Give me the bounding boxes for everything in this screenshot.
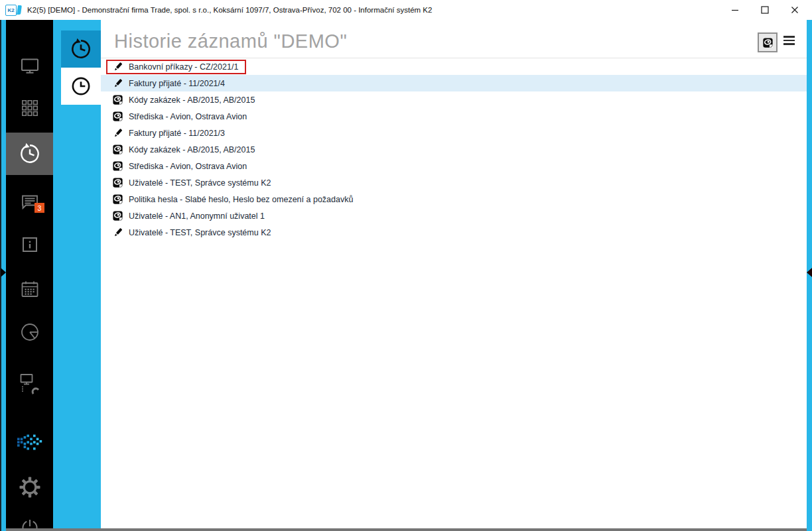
calendar-icon: [19, 278, 41, 301]
pencil-icon: [113, 78, 123, 89]
history-row-content: Kódy zakázek - AB/2015, AB/2015: [113, 95, 255, 105]
annotated-row-highlight: Bankovní příkazy - CZ/2021/1: [106, 60, 246, 74]
k2-dots-icon: [17, 434, 43, 451]
messages-count-badge: 3: [34, 203, 44, 213]
clock-icon: [68, 74, 94, 99]
history-row-content: Politika hesla - Slabé heslo, Heslo bez …: [113, 194, 353, 205]
history-list: Bankovní příkazy - CZ/2021/1Faktury přij…: [101, 58, 807, 241]
main-content: Historie záznamů "DEMO" Bankovní příkazy…: [101, 20, 807, 528]
left-panel-expander-icon[interactable]: [1, 268, 6, 277]
history-list-item[interactable]: Faktury přijaté - 11/2021/4: [101, 75, 807, 91]
history-item-label: Střediska - Avion, Ostrava Avion: [129, 162, 247, 171]
history-row-content: Uživatelé - AN1, Anonymní uživatel 1: [113, 211, 265, 221]
history-row-content: Kódy zakázek - AB/2015, AB/2015: [113, 145, 255, 155]
history-item-label: Uživatelé - AN1, Anonymní uživatel 1: [129, 211, 265, 221]
history-item-label: Politika hesla - Slabé heslo, Heslo bez …: [129, 195, 353, 204]
history-list-item[interactable]: Uživatelé - TEST, Správce systému K2: [101, 224, 807, 241]
tab-history-clock[interactable]: [61, 68, 101, 105]
close-button[interactable]: [779, 0, 809, 20]
browse-record-icon: [113, 194, 123, 205]
sidebar-item-k2-brand[interactable]: [6, 421, 53, 463]
menu-button[interactable]: [783, 36, 795, 45]
history-list-item[interactable]: Střediska - Avion, Ostrava Avion: [101, 158, 807, 174]
window-title: K2(5) [DEMO] - Demonstrační firma Trade,…: [27, 6, 432, 14]
remote-support-icon: [18, 372, 42, 396]
history-list-item[interactable]: Uživatelé - AN1, Anonymní uživatel 1: [101, 207, 807, 224]
secondary-sidebar: [53, 20, 101, 528]
sidebar-item-messages[interactable]: 3: [6, 181, 53, 223]
sidebar-item-settings[interactable]: [6, 466, 53, 508]
sidebar-item-power[interactable]: [6, 506, 53, 531]
sidebar-item-history[interactable]: [6, 133, 53, 175]
history-list-item[interactable]: Střediska - Avion, Ostrava Avion: [101, 108, 807, 125]
primary-sidebar: 3: [6, 20, 53, 528]
history-item-label: Kódy zakázek - AB/2015, AB/2015: [129, 95, 255, 105]
bottom-border: [6, 528, 807, 531]
history-row-content: Faktury přijaté - 11/2021/4: [113, 78, 225, 89]
page-title: Historie záznamů "DEMO": [114, 30, 347, 52]
titlebar: K2 K2(5) [DEMO] - Demonstrační firma Tra…: [0, 0, 812, 20]
browse-button[interactable]: [758, 32, 778, 52]
pencil-icon: [113, 62, 123, 72]
history-item-label: Bankovní příkazy - CZ/2021/1: [129, 62, 238, 72]
minimize-button[interactable]: [720, 0, 750, 20]
window-controls: [720, 0, 809, 20]
info-icon: [19, 233, 41, 256]
sidebar-item-desktop[interactable]: [6, 44, 53, 87]
history-item-label: Kódy zakázek - AB/2015, AB/2015: [129, 145, 255, 154]
maximize-button[interactable]: [750, 0, 779, 20]
minimize-icon: [731, 6, 739, 14]
history-row-content: Uživatelé - TEST, Správce systému K2: [113, 178, 271, 188]
history-row-content: Faktury přijaté - 11/2021/3: [113, 128, 225, 139]
browse-record-icon: [113, 178, 123, 188]
browse-record-icon: [763, 38, 773, 48]
history-item-label: Uživatelé - TEST, Správce systému K2: [129, 228, 271, 237]
gear-icon: [19, 476, 41, 499]
pie-chart-icon: [18, 320, 42, 344]
history-list-item[interactable]: Faktury přijaté - 11/2021/3: [101, 125, 807, 141]
history-list-item[interactable]: Politika hesla - Slabé heslo, Heslo bez …: [101, 191, 807, 207]
maximize-icon: [761, 6, 769, 14]
monitor-icon: [19, 54, 41, 77]
history-row-content: Střediska - Avion, Ostrava Avion: [113, 161, 247, 172]
sidebar-item-reports[interactable]: [6, 311, 53, 353]
history-item-label: Střediska - Avion, Ostrava Avion: [129, 112, 247, 121]
k2-application-window: K2 K2(5) [DEMO] - Demonstrační firma Tra…: [0, 0, 812, 531]
history-list-item[interactable]: Kódy zakázek - AB/2015, AB/2015: [101, 141, 807, 158]
history-list-item[interactable]: Kódy zakázek - AB/2015, AB/2015: [101, 91, 807, 108]
history-item-label: Faktury přijaté - 11/2021/3: [129, 129, 225, 138]
history-list-item[interactable]: Uživatelé - TEST, Správce systému K2: [101, 174, 807, 191]
history-row-content: Střediska - Avion, Ostrava Avion: [113, 111, 247, 122]
sidebar-item-modules[interactable]: [6, 87, 53, 129]
pencil-icon: [113, 128, 123, 139]
apps-grid-icon: [20, 98, 40, 118]
sidebar-item-remote-support[interactable]: [6, 363, 53, 405]
hamburger-icon: [783, 36, 795, 38]
tab-history-records[interactable]: [61, 30, 101, 68]
sidebar-item-information[interactable]: [6, 223, 53, 266]
browse-record-icon: [113, 145, 123, 155]
right-panel-expander-icon[interactable]: [807, 268, 812, 277]
history-row-content: Uživatelé - TEST, Správce systému K2: [113, 227, 271, 238]
browse-record-icon: [113, 111, 123, 122]
history-arrow-icon: [68, 36, 94, 62]
browse-record-icon: [113, 95, 123, 105]
browse-record-icon: [113, 211, 123, 221]
close-icon: [791, 6, 799, 14]
history-item-label: Faktury přijaté - 11/2021/4: [129, 79, 225, 88]
browse-record-icon: [113, 161, 123, 172]
k2-logo-text: K2: [5, 5, 17, 16]
k2-logo-flag: [17, 5, 22, 15]
sidebar-item-calendar[interactable]: [6, 268, 53, 311]
history-item-label: Uživatelé - TEST, Správce systému K2: [129, 178, 271, 188]
history-icon: [17, 141, 42, 166]
history-list-item[interactable]: Bankovní příkazy - CZ/2021/1: [101, 58, 807, 75]
k2-logo-icon: K2: [5, 5, 21, 16]
pencil-icon: [113, 227, 123, 238]
